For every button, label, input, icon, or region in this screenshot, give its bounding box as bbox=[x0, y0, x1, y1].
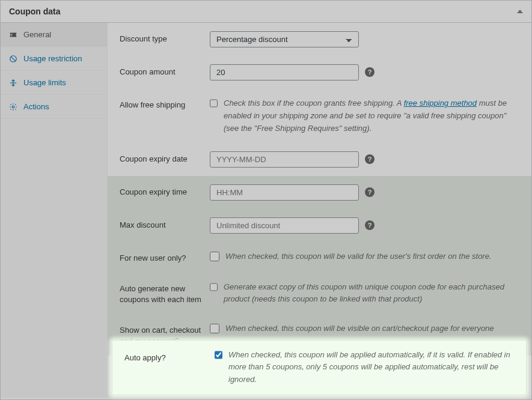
auto-generate-desc: Generate exact copy of this coupon with … bbox=[224, 281, 519, 306]
panel-title: Coupon data bbox=[9, 7, 61, 16]
field-discount-type: Discount type Percentage discount bbox=[108, 23, 531, 56]
help-icon[interactable]: ? bbox=[365, 187, 375, 197]
label-expiry-time: Coupon expiry time bbox=[120, 184, 204, 198]
field-expiry-time: Coupon expiry time ? bbox=[108, 176, 531, 209]
auto-apply-desc: When checked, this coupon will be applie… bbox=[228, 349, 514, 386]
discount-type-select[interactable]: Percentage discount bbox=[210, 31, 359, 47]
field-auto-apply: Auto apply? When checked, this coupon wi… bbox=[112, 340, 527, 395]
sidebar-item-usage-limits[interactable]: Usage limits bbox=[1, 71, 107, 95]
sidebar-item-usage-restriction[interactable]: Usage restriction bbox=[1, 47, 107, 71]
help-icon[interactable]: ? bbox=[365, 67, 375, 77]
auto-generate-checkbox[interactable] bbox=[210, 282, 218, 292]
move-icon bbox=[9, 79, 17, 87]
label-discount-type: Discount type bbox=[120, 31, 204, 44]
sidebar-item-label: Actions bbox=[23, 102, 49, 111]
svg-point-2 bbox=[12, 106, 14, 108]
help-icon[interactable]: ? bbox=[365, 154, 375, 164]
label-free-shipping: Allow free shipping bbox=[120, 97, 204, 111]
collapse-toggle-icon[interactable] bbox=[517, 10, 523, 13]
sidebar-item-label: Usage restriction bbox=[23, 54, 82, 63]
label-coupon-amount: Coupon amount bbox=[120, 64, 204, 77]
free-shipping-method-link[interactable]: free shipping method bbox=[404, 98, 477, 108]
label-max-discount: Max discount bbox=[120, 217, 204, 231]
sidebar-item-label: General bbox=[23, 30, 51, 39]
sidebar-item-label: Usage limits bbox=[23, 78, 66, 87]
help-icon[interactable]: ? bbox=[365, 220, 375, 230]
ticket-icon bbox=[9, 31, 17, 39]
expiry-date-input[interactable] bbox=[210, 151, 359, 168]
new-user-desc: When checked, this coupon will be valid … bbox=[225, 250, 492, 263]
expiry-time-input[interactable] bbox=[210, 184, 359, 201]
field-auto-generate: Auto generate new coupons with each item… bbox=[108, 273, 531, 315]
new-user-checkbox[interactable] bbox=[210, 252, 219, 261]
free-shipping-desc: Check this box if the coupon grants free… bbox=[224, 97, 519, 135]
label-expiry-date: Coupon expiry date bbox=[120, 151, 204, 165]
tab-sidebar: General Usage restriction Usage limits A… bbox=[1, 23, 108, 398]
auto-apply-checkbox[interactable] bbox=[215, 350, 222, 360]
panel-header[interactable]: Coupon data bbox=[1, 1, 531, 23]
ban-icon bbox=[9, 55, 17, 63]
field-coupon-amount: Coupon amount ? bbox=[108, 56, 531, 89]
show-cart-desc: When checked, this coupon will be visibl… bbox=[225, 323, 494, 335]
label-new-user: For new user only? bbox=[120, 250, 204, 264]
field-free-shipping: Allow free shipping Check this box if th… bbox=[108, 89, 531, 143]
max-discount-input[interactable] bbox=[210, 217, 359, 234]
field-expiry-date: Coupon expiry date ? bbox=[108, 143, 531, 176]
free-shipping-checkbox[interactable] bbox=[210, 98, 218, 108]
coupon-amount-input[interactable] bbox=[210, 64, 359, 80]
sidebar-item-general[interactable]: General bbox=[1, 23, 107, 47]
label-auto-apply: Auto apply? bbox=[124, 349, 209, 386]
show-cart-checkbox[interactable] bbox=[210, 324, 219, 333]
sidebar-item-actions[interactable]: Actions bbox=[1, 95, 107, 119]
label-auto-generate: Auto generate new coupons with each item bbox=[120, 281, 204, 305]
field-new-user: For new user only? When checked, this co… bbox=[108, 242, 531, 272]
svg-line-1 bbox=[11, 56, 16, 61]
gear-icon bbox=[9, 103, 17, 111]
field-max-discount: Max discount ? bbox=[108, 209, 531, 242]
